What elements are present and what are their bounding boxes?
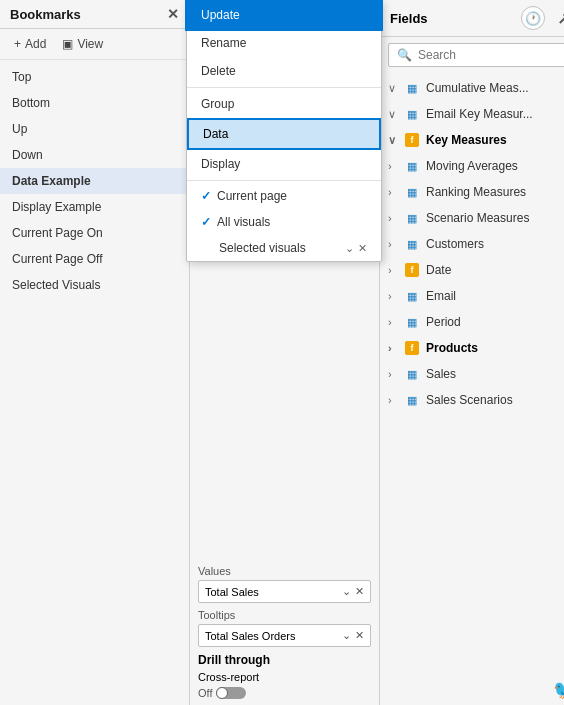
clock-icon[interactable]: 🕐 (521, 6, 545, 30)
field-group-header[interactable]: › f Products (380, 337, 564, 359)
fields-panel: Fields 🕐 ↗ 🔍 ∨ ▦ Cumulative Meas... ∨ ▦ … (380, 0, 564, 705)
field-group-header[interactable]: ∨ f Key Measures (380, 129, 564, 151)
bookmark-item[interactable]: Up… (0, 116, 189, 142)
table-icon: ▦ (404, 211, 420, 225)
field-group-header[interactable]: › ▦ Period (380, 311, 564, 333)
bookmark-item[interactable]: Display Example… (0, 194, 189, 220)
table-icon: ▦ (404, 367, 420, 381)
view-bookmark-button[interactable]: ▣ View (58, 35, 107, 53)
expand-icon: ∨ (388, 134, 400, 147)
bookmarks-panel: Bookmarks ✕ + Add ▣ View Top…Bottom…Up…D… (0, 0, 190, 705)
toggle-thumb (216, 687, 228, 699)
search-input[interactable] (418, 48, 564, 62)
fields-header: Fields 🕐 ↗ (380, 0, 564, 37)
field-group-label: Sales Scenarios (426, 393, 513, 407)
bookmarks-title: Bookmarks (10, 7, 81, 22)
field-group-label: Period (426, 315, 461, 329)
expand-icon: › (388, 186, 400, 198)
field-group-label: Scenario Measures (426, 211, 529, 225)
field-group-header[interactable]: › ▦ Email (380, 285, 564, 307)
tooltips-remove-icon[interactable]: ✕ (355, 629, 364, 642)
bookmarks-header: Bookmarks ✕ (0, 0, 189, 29)
visualizations-panel: Visualizations › 📊 📈 📉 ▦ ⋯ ◕ 〰 △ ⧖ ◑ ◎ ▥… (190, 0, 380, 705)
values-field-actions: ⌄ ✕ (342, 585, 364, 598)
bookmark-item-label: Current Page On (12, 226, 163, 240)
field-group-label: Sales (426, 367, 456, 381)
context-menu-data[interactable]: Data (187, 118, 381, 150)
current-page-label: Current page (217, 189, 287, 203)
tooltips-field-pill: Total Sales Orders ⌄ ✕ (198, 624, 371, 647)
field-group-header[interactable]: › ▦ Ranking Measures (380, 181, 564, 203)
field-group-label: Cumulative Meas... (426, 81, 529, 95)
field-group: › ▦ Scenario Measures (380, 205, 564, 231)
context-menu-selected-visuals[interactable]: Selected visuals ⌄ ✕ (187, 235, 381, 261)
values-remove-icon[interactable]: ✕ (355, 585, 364, 598)
bookmark-item[interactable]: Bottom… (0, 90, 189, 116)
field-group: › ▦ Customers (380, 231, 564, 257)
values-field-text: Total Sales (205, 586, 259, 598)
context-menu-update[interactable]: Update (187, 1, 381, 29)
toggle-off-label: Off (198, 687, 212, 699)
expand-icon: › (388, 368, 400, 380)
context-menu-rename[interactable]: Rename (187, 29, 381, 57)
bookmark-item[interactable]: Top… (0, 64, 189, 90)
fields-header-icons: 🕐 ↗ (521, 6, 564, 30)
bookmark-item[interactable]: Current Page On… (0, 220, 189, 246)
expand-icon: › (388, 290, 400, 302)
bookmark-item[interactable]: Current Page Off… (0, 246, 189, 272)
field-group: › ▦ Moving Averages (380, 153, 564, 179)
field-group: › ▦ Ranking Measures (380, 179, 564, 205)
fields-bottom-bar: 🐦 (380, 675, 564, 705)
context-menu-display[interactable]: Display (187, 150, 381, 178)
field-group-header[interactable]: ∨ ▦ Email Key Measur... (380, 103, 564, 125)
bookmark-item[interactable]: Selected Visuals… (0, 272, 189, 298)
table-icon: ▦ (404, 185, 420, 199)
field-group: ∨ ▦ Cumulative Meas... (380, 75, 564, 101)
bookmark-item-label: Data Example (12, 174, 163, 188)
context-menu-group[interactable]: Group (187, 90, 381, 118)
field-group-header[interactable]: › ▦ Moving Averages (380, 155, 564, 177)
expand-icon: › (388, 264, 400, 276)
table-icon: ▦ (404, 107, 420, 121)
drill-through-section: Drill through Cross-report Off (198, 653, 371, 699)
bookmark-item[interactable]: Down… (0, 142, 189, 168)
bookmark-item-label: Display Example (12, 200, 163, 214)
selected-visuals-chevron: ⌄ (345, 242, 354, 255)
table-icon: ▦ (404, 289, 420, 303)
field-group-header[interactable]: ∨ ▦ Cumulative Meas... (380, 77, 564, 99)
viz-sub-panel: Values Total Sales ⌄ ✕ Tooltips Total Sa… (190, 557, 379, 705)
context-menu-divider-1 (187, 87, 381, 88)
cross-report-row: Cross-report (198, 671, 371, 683)
share-icon[interactable]: ↗ (551, 6, 564, 30)
table-icon: ▦ (404, 315, 420, 329)
bookmark-item[interactable]: Data Example… (0, 168, 189, 194)
selected-visuals-label: Selected visuals (219, 241, 306, 255)
field-group-header[interactable]: › ▦ Sales Scenarios (380, 389, 564, 411)
toggle-switch[interactable]: Off (198, 687, 371, 699)
table-icon: ▦ (404, 81, 420, 95)
expand-icon: › (388, 316, 400, 328)
values-dropdown-icon[interactable]: ⌄ (342, 585, 351, 598)
field-group-header[interactable]: › ▦ Sales (380, 363, 564, 385)
drill-through-title: Drill through (198, 653, 371, 667)
check-icon-current-page: ✓ (201, 189, 211, 203)
context-menu-all-visuals[interactable]: ✓ All visuals (187, 209, 381, 235)
bookmark-item-label: Top (12, 70, 163, 84)
tooltips-dropdown-icon[interactable]: ⌄ (342, 629, 351, 642)
toggle-track[interactable] (216, 687, 246, 699)
field-group-label: Date (426, 263, 451, 277)
field-group-header[interactable]: › ▦ Scenario Measures (380, 207, 564, 229)
expand-icon: › (388, 238, 400, 250)
cross-report-label: Cross-report (198, 671, 259, 683)
field-group-header[interactable]: › f Date (380, 259, 564, 281)
add-bookmark-button[interactable]: + Add (10, 35, 50, 53)
bookmark-item-label: Current Page Off (12, 252, 163, 266)
selected-visuals-close[interactable]: ✕ (358, 242, 367, 255)
bookmarks-close-icon[interactable]: ✕ (167, 6, 179, 22)
table-icon: ▦ (404, 159, 420, 173)
context-menu-current-page[interactable]: ✓ Current page (187, 183, 381, 209)
expand-icon: ∨ (388, 82, 400, 95)
context-menu-delete[interactable]: Delete (187, 57, 381, 85)
calc-icon: f (404, 263, 420, 277)
field-group-header[interactable]: › ▦ Customers (380, 233, 564, 255)
